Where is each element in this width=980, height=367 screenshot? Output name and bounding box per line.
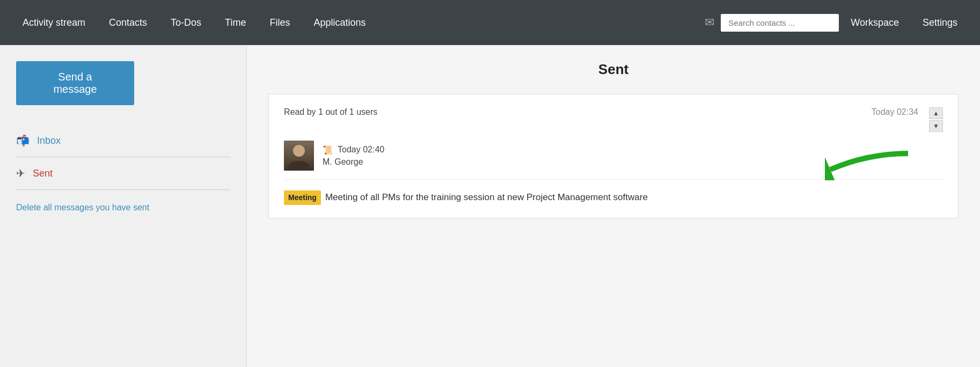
message-text: Meeting of all PMs for the training sess… (325, 192, 648, 202)
content-title: Sent (268, 61, 959, 78)
nav-item-activity-stream[interactable]: Activity stream (11, 0, 97, 45)
sidebar-item-sent[interactable]: ✈ Sent (16, 157, 230, 190)
read-check-icon: 📜 (323, 145, 333, 155)
search-contacts-input[interactable] (721, 14, 839, 32)
recipient-name: M. George (323, 157, 384, 167)
scroll-up-button[interactable]: ▲ (929, 107, 943, 119)
message-body: MeetingMeeting of all PMs for the traini… (284, 190, 943, 205)
recipient-time-row: 📜 Today 02:40 (323, 145, 384, 155)
inbox-label: Inbox (37, 135, 61, 146)
send-message-button[interactable]: Send a message (16, 61, 134, 105)
sent-label: Sent (33, 168, 53, 179)
meeting-tag: Meeting (284, 190, 321, 205)
message-card: Read by 1 out of 1 users Today 02:34 ▲ ▼… (268, 94, 959, 218)
sidebar-item-inbox[interactable]: 📬 Inbox (16, 124, 230, 157)
read-status: Read by 1 out of 1 users (284, 107, 377, 117)
sidebar: Send a message 📬 Inbox ✈ Sent Delete all… (0, 45, 247, 367)
scroll-down-button[interactable]: ▼ (929, 120, 943, 132)
nav-item-files[interactable]: Files (258, 0, 302, 45)
message-timestamp: Today 02:34 (872, 107, 918, 117)
nav-item-applications[interactable]: Applications (302, 0, 377, 45)
top-navigation: Activity stream Contacts To-Dos Time Fil… (0, 0, 980, 45)
sent-icon: ✈ (16, 167, 25, 180)
nav-item-todos[interactable]: To-Dos (159, 0, 213, 45)
recipient-time: Today 02:40 (338, 145, 384, 155)
recipient-info: 📜 Today 02:40 M. George (323, 145, 384, 167)
mail-icon[interactable]: ✉ (705, 16, 714, 30)
nav-item-contacts[interactable]: Contacts (97, 0, 159, 45)
green-arrow-indicator (825, 148, 911, 182)
card-controls: ▲ ▼ (929, 107, 943, 132)
inbox-icon: 📬 (16, 134, 30, 147)
avatar-image (284, 141, 314, 171)
avatar (284, 141, 314, 171)
nav-item-workspace[interactable]: Workspace (839, 0, 911, 45)
nav-item-time[interactable]: Time (213, 0, 258, 45)
card-header-right: Today 02:34 ▲ ▼ (872, 107, 943, 132)
message-card-header: Read by 1 out of 1 users Today 02:34 ▲ ▼ (284, 107, 943, 132)
delete-all-messages-link[interactable]: Delete all messages you have sent (16, 203, 230, 212)
recipient-row: 📜 Today 02:40 M. George (284, 141, 943, 180)
main-layout: Send a message 📬 Inbox ✈ Sent Delete all… (0, 45, 980, 367)
main-content: Sent Read by 1 out of 1 users Today 02:3… (247, 45, 980, 367)
nav-item-settings[interactable]: Settings (911, 0, 969, 45)
